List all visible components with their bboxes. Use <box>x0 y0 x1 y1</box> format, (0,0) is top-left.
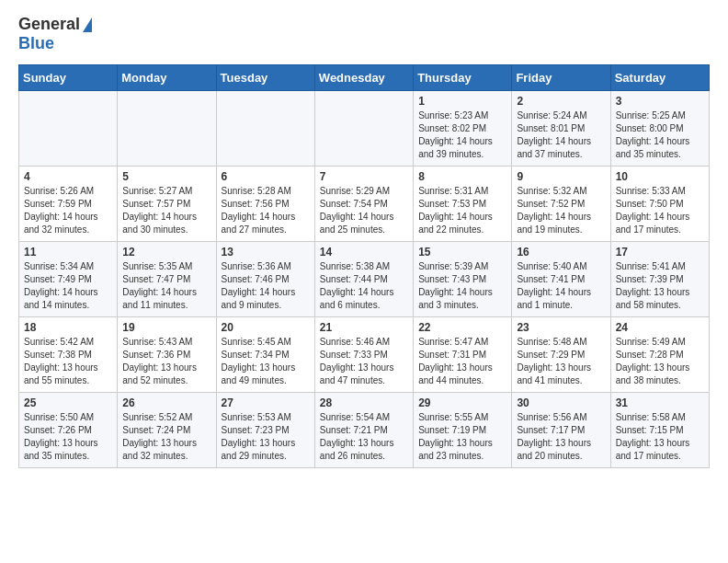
day-number: 15 <box>418 246 506 259</box>
day-number: 31 <box>616 396 704 409</box>
calendar-day-16: 16Sunrise: 5:40 AM Sunset: 7:41 PM Dayli… <box>512 242 610 317</box>
day-number: 8 <box>418 170 506 183</box>
calendar-day-8: 8Sunrise: 5:31 AM Sunset: 7:53 PM Daylig… <box>414 167 512 242</box>
calendar-empty-cell <box>314 91 413 167</box>
day-number: 28 <box>320 396 408 409</box>
day-number: 7 <box>320 170 408 183</box>
day-info: Sunrise: 5:50 AM Sunset: 7:26 PM Dayligh… <box>24 411 112 463</box>
day-info: Sunrise: 5:52 AM Sunset: 7:24 PM Dayligh… <box>122 411 210 463</box>
calendar-day-1: 1Sunrise: 5:23 AM Sunset: 8:02 PM Daylig… <box>414 91 512 167</box>
day-header-sunday: Sunday <box>19 65 118 91</box>
calendar-day-13: 13Sunrise: 5:36 AM Sunset: 7:46 PM Dayli… <box>216 242 314 317</box>
calendar-header-row: SundayMondayTuesdayWednesdayThursdayFrid… <box>19 65 710 91</box>
calendar-empty-cell <box>19 91 118 167</box>
day-info: Sunrise: 5:56 AM Sunset: 7:17 PM Dayligh… <box>517 411 605 463</box>
calendar-week-row: 18Sunrise: 5:42 AM Sunset: 7:38 PM Dayli… <box>19 317 710 393</box>
day-info: Sunrise: 5:43 AM Sunset: 7:36 PM Dayligh… <box>122 336 210 387</box>
calendar-empty-cell <box>118 91 216 167</box>
day-number: 23 <box>517 321 605 334</box>
logo-triangle-icon <box>83 17 92 32</box>
day-number: 10 <box>616 170 704 183</box>
day-info: Sunrise: 5:53 AM Sunset: 7:23 PM Dayligh… <box>222 411 310 463</box>
day-info: Sunrise: 5:36 AM Sunset: 7:46 PM Dayligh… <box>222 260 310 312</box>
calendar-day-18: 18Sunrise: 5:42 AM Sunset: 7:38 PM Dayli… <box>19 317 118 393</box>
header: General Blue <box>18 15 710 53</box>
day-info: Sunrise: 5:41 AM Sunset: 7:39 PM Dayligh… <box>616 260 704 312</box>
calendar-day-5: 5Sunrise: 5:27 AM Sunset: 7:57 PM Daylig… <box>118 167 216 242</box>
day-header-thursday: Thursday <box>414 65 512 91</box>
day-info: Sunrise: 5:46 AM Sunset: 7:33 PM Dayligh… <box>320 336 408 387</box>
calendar-day-12: 12Sunrise: 5:35 AM Sunset: 7:47 PM Dayli… <box>118 242 216 317</box>
day-header-monday: Monday <box>118 65 216 91</box>
day-info: Sunrise: 5:29 AM Sunset: 7:54 PM Dayligh… <box>320 185 408 236</box>
day-number: 12 <box>122 246 210 259</box>
calendar-week-row: 4Sunrise: 5:26 AM Sunset: 7:59 PM Daylig… <box>19 167 710 242</box>
day-info: Sunrise: 5:28 AM Sunset: 7:56 PM Dayligh… <box>222 185 310 236</box>
day-number: 2 <box>517 95 605 108</box>
calendar-day-4: 4Sunrise: 5:26 AM Sunset: 7:59 PM Daylig… <box>19 167 118 242</box>
day-number: 30 <box>517 396 605 409</box>
calendar-day-15: 15Sunrise: 5:39 AM Sunset: 7:43 PM Dayli… <box>414 242 512 317</box>
calendar-day-28: 28Sunrise: 5:54 AM Sunset: 7:21 PM Dayli… <box>314 393 413 468</box>
calendar-day-21: 21Sunrise: 5:46 AM Sunset: 7:33 PM Dayli… <box>314 317 413 393</box>
day-number: 1 <box>418 95 506 108</box>
day-number: 6 <box>222 170 310 183</box>
day-number: 18 <box>24 321 112 334</box>
calendar-day-22: 22Sunrise: 5:47 AM Sunset: 7:31 PM Dayli… <box>414 317 512 393</box>
day-number: 3 <box>616 95 704 108</box>
day-info: Sunrise: 5:38 AM Sunset: 7:44 PM Dayligh… <box>320 260 408 312</box>
logo-general-text: General <box>18 15 80 34</box>
calendar-day-29: 29Sunrise: 5:55 AM Sunset: 7:19 PM Dayli… <box>414 393 512 468</box>
day-header-friday: Friday <box>512 65 610 91</box>
day-info: Sunrise: 5:31 AM Sunset: 7:53 PM Dayligh… <box>418 185 506 236</box>
calendar-day-23: 23Sunrise: 5:48 AM Sunset: 7:29 PM Dayli… <box>512 317 610 393</box>
day-info: Sunrise: 5:26 AM Sunset: 7:59 PM Dayligh… <box>24 185 112 236</box>
calendar-day-2: 2Sunrise: 5:24 AM Sunset: 8:01 PM Daylig… <box>512 91 610 167</box>
day-number: 22 <box>418 321 506 334</box>
calendar-day-30: 30Sunrise: 5:56 AM Sunset: 7:17 PM Dayli… <box>512 393 610 468</box>
day-number: 5 <box>122 170 210 183</box>
day-info: Sunrise: 5:47 AM Sunset: 7:31 PM Dayligh… <box>418 336 506 387</box>
calendar-day-27: 27Sunrise: 5:53 AM Sunset: 7:23 PM Dayli… <box>216 393 314 468</box>
day-info: Sunrise: 5:25 AM Sunset: 8:00 PM Dayligh… <box>616 109 704 161</box>
day-info: Sunrise: 5:48 AM Sunset: 7:29 PM Dayligh… <box>517 336 605 387</box>
day-number: 21 <box>320 321 408 334</box>
day-info: Sunrise: 5:33 AM Sunset: 7:50 PM Dayligh… <box>616 185 704 236</box>
calendar-week-row: 1Sunrise: 5:23 AM Sunset: 8:02 PM Daylig… <box>19 91 710 167</box>
day-info: Sunrise: 5:39 AM Sunset: 7:43 PM Dayligh… <box>418 260 506 312</box>
day-info: Sunrise: 5:34 AM Sunset: 7:49 PM Dayligh… <box>24 260 112 312</box>
day-number: 19 <box>122 321 210 334</box>
day-number: 26 <box>122 396 210 409</box>
day-info: Sunrise: 5:54 AM Sunset: 7:21 PM Dayligh… <box>320 411 408 463</box>
calendar-day-14: 14Sunrise: 5:38 AM Sunset: 7:44 PM Dayli… <box>314 242 413 317</box>
calendar-day-24: 24Sunrise: 5:49 AM Sunset: 7:28 PM Dayli… <box>610 317 709 393</box>
day-number: 24 <box>616 321 704 334</box>
day-number: 16 <box>517 246 605 259</box>
calendar-day-6: 6Sunrise: 5:28 AM Sunset: 7:56 PM Daylig… <box>216 167 314 242</box>
calendar-week-row: 25Sunrise: 5:50 AM Sunset: 7:26 PM Dayli… <box>19 393 710 468</box>
day-number: 13 <box>222 246 310 259</box>
calendar-day-31: 31Sunrise: 5:58 AM Sunset: 7:15 PM Dayli… <box>610 393 709 468</box>
day-info: Sunrise: 5:27 AM Sunset: 7:57 PM Dayligh… <box>122 185 210 236</box>
day-number: 14 <box>320 246 408 259</box>
day-info: Sunrise: 5:32 AM Sunset: 7:52 PM Dayligh… <box>517 185 605 236</box>
day-info: Sunrise: 5:40 AM Sunset: 7:41 PM Dayligh… <box>517 260 605 312</box>
calendar-week-row: 11Sunrise: 5:34 AM Sunset: 7:49 PM Dayli… <box>19 242 710 317</box>
day-header-saturday: Saturday <box>610 65 709 91</box>
calendar-day-17: 17Sunrise: 5:41 AM Sunset: 7:39 PM Dayli… <box>610 242 709 317</box>
day-number: 20 <box>222 321 310 334</box>
day-number: 9 <box>517 170 605 183</box>
calendar-empty-cell <box>216 91 314 167</box>
day-info: Sunrise: 5:58 AM Sunset: 7:15 PM Dayligh… <box>616 411 704 463</box>
day-info: Sunrise: 5:35 AM Sunset: 7:47 PM Dayligh… <box>122 260 210 312</box>
calendar-day-7: 7Sunrise: 5:29 AM Sunset: 7:54 PM Daylig… <box>314 167 413 242</box>
day-number: 11 <box>24 246 112 259</box>
calendar-day-10: 10Sunrise: 5:33 AM Sunset: 7:50 PM Dayli… <box>610 167 709 242</box>
calendar-day-11: 11Sunrise: 5:34 AM Sunset: 7:49 PM Dayli… <box>19 242 118 317</box>
logo: General Blue <box>18 15 92 53</box>
logo-blue-text: Blue <box>18 34 54 53</box>
day-number: 17 <box>616 246 704 259</box>
day-info: Sunrise: 5:42 AM Sunset: 7:38 PM Dayligh… <box>24 336 112 387</box>
day-info: Sunrise: 5:24 AM Sunset: 8:01 PM Dayligh… <box>517 109 605 161</box>
calendar-table: SundayMondayTuesdayWednesdayThursdayFrid… <box>18 64 710 468</box>
